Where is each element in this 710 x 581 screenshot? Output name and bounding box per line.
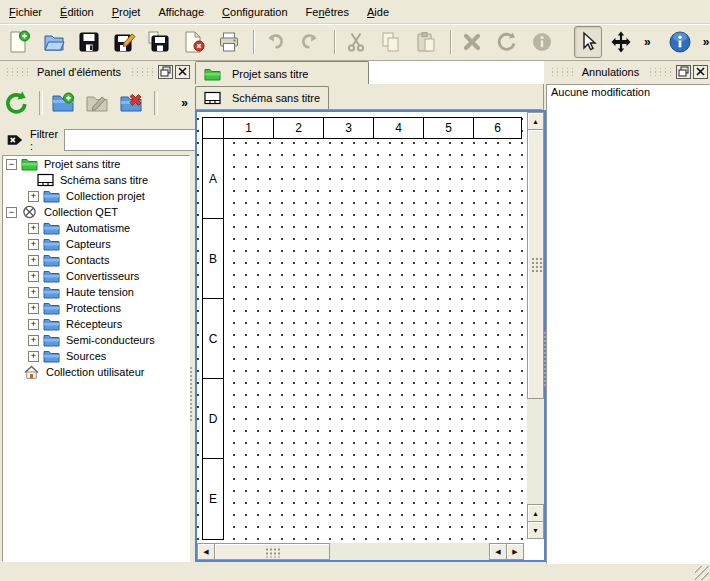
tab-schema-sans-titre[interactable]: Schéma sans titre	[195, 86, 329, 109]
expand-icon[interactable]	[28, 319, 39, 330]
new-category-button[interactable]	[50, 89, 76, 117]
elements-panel-toolbar: »	[0, 84, 192, 122]
tree-item-collection-utilisateur[interactable]: Collection utilisateur	[3, 364, 189, 380]
tree-item-label: Semi-conducteurs	[66, 334, 155, 346]
filter-input[interactable]	[64, 129, 196, 151]
undo-panel-titlebar[interactable]: Annulations	[545, 61, 710, 82]
tree-item-schema-sans-titre[interactable]: Schéma sans titre	[3, 172, 189, 188]
toolbar-separator	[450, 30, 452, 54]
resize-grip[interactable]	[695, 566, 709, 580]
tree-item-recepteurs[interactable]: Récepteurs	[3, 316, 189, 332]
tree-item-sources[interactable]: Sources	[3, 348, 189, 364]
tree-item-protections[interactable]: Protections	[3, 300, 189, 316]
folder-icon	[43, 285, 61, 299]
grid-row-header: B	[202, 218, 224, 299]
tree-item-semi-conducteurs[interactable]: Semi-conducteurs	[3, 332, 189, 348]
dock-close-button[interactable]	[693, 65, 708, 79]
tree-item-collection-projet[interactable]: Collection projet	[3, 188, 189, 204]
tree-item-haute-tension[interactable]: Haute tension	[3, 284, 189, 300]
expand-icon[interactable]	[28, 335, 39, 346]
grid-row-header: A	[202, 138, 224, 219]
about-info-button[interactable]	[667, 28, 693, 56]
dock-title-texture	[550, 68, 573, 76]
delete-category-button[interactable]	[118, 89, 144, 117]
tree-item-convertisseurs[interactable]: Convertisseurs	[3, 268, 189, 284]
collapse-icon[interactable]	[6, 207, 17, 218]
grid-corner-cell	[202, 117, 224, 139]
menu-fichier[interactable]: Fichier	[0, 3, 51, 21]
folder-icon	[43, 333, 61, 347]
filter-label: Filtrer :	[30, 128, 58, 152]
expand-icon[interactable]	[28, 223, 39, 234]
dock-float-button[interactable]	[158, 65, 173, 79]
menu-projet[interactable]: Projet	[103, 3, 150, 21]
menu-configuration[interactable]: Configuration	[213, 3, 296, 21]
undo-panel-dock: Annulations Aucune modification	[545, 61, 710, 562]
dock-title-texture	[130, 68, 153, 76]
scroll-left-button[interactable]	[489, 543, 507, 560]
close-document-button[interactable]	[181, 28, 207, 56]
tree-item-contacts[interactable]: Contacts	[3, 252, 189, 268]
expand-icon[interactable]	[28, 351, 39, 362]
expand-icon[interactable]	[28, 239, 39, 250]
expand-icon[interactable]	[28, 255, 39, 266]
toolbar-overflow-chevron[interactable]: »	[699, 35, 710, 49]
paste-button	[413, 28, 439, 56]
folder-icon	[43, 237, 61, 251]
open-project-button[interactable]	[41, 28, 67, 56]
elements-panel-titlebar[interactable]: Panel d'éléments	[0, 61, 192, 82]
save-all-button[interactable]	[146, 28, 172, 56]
tree-item-projet-sans-titre[interactable]: Projet sans titre	[3, 156, 189, 172]
expand-icon[interactable]	[28, 287, 39, 298]
schema-canvas[interactable]: 1 2 3 4 5 6 A B C D E	[195, 110, 546, 562]
paste-icon	[414, 30, 438, 54]
expand-icon[interactable]	[28, 271, 39, 282]
grid-column-header: 4	[373, 117, 424, 139]
expand-icon[interactable]	[28, 191, 39, 202]
pan-mode-button[interactable]	[608, 28, 634, 56]
scroll-left-button[interactable]	[197, 543, 215, 560]
tree-item-capteurs[interactable]: Capteurs	[3, 236, 189, 252]
reload-collections-button[interactable]	[3, 89, 29, 117]
grid-column-header: 2	[273, 117, 324, 139]
tree-item-label: Collection utilisateur	[46, 366, 144, 378]
tree-item-label: Automatisme	[66, 222, 130, 234]
edit-category-button	[84, 89, 110, 117]
project-folder-icon	[204, 67, 221, 81]
save-button[interactable]	[76, 28, 102, 56]
redo-button	[297, 28, 323, 56]
tree-item-automatisme[interactable]: Automatisme	[3, 220, 189, 236]
print-button[interactable]	[216, 28, 242, 56]
tab-projet-sans-titre[interactable]: Projet sans titre	[195, 61, 369, 85]
float-icon	[678, 66, 689, 77]
expand-icon[interactable]	[28, 303, 39, 314]
dock-float-button[interactable]	[676, 65, 691, 79]
tree-item-collection-qet[interactable]: Collection QET	[3, 204, 189, 220]
select-mode-button[interactable]	[574, 26, 602, 58]
undo-history-list[interactable]: Aucune modification	[546, 84, 710, 564]
dock-splitter-left[interactable]	[188, 61, 194, 561]
menu-aide[interactable]: Aide	[358, 3, 398, 21]
new-document-button[interactable]	[6, 28, 32, 56]
undo-icon	[263, 30, 287, 54]
save-as-button[interactable]	[111, 28, 137, 56]
horizontal-scrollbar[interactable]	[197, 543, 523, 560]
menu-affichage[interactable]: Affichage	[149, 3, 213, 21]
toolbar-overflow-chevron[interactable]: »	[640, 35, 655, 49]
collapse-icon[interactable]	[6, 159, 17, 170]
menu-edition[interactable]: Édition	[51, 3, 103, 21]
tree-item-label: Collection projet	[66, 190, 145, 202]
grid-column-header: 3	[323, 117, 374, 139]
cursor-arrow-icon	[576, 30, 600, 54]
redo-icon	[298, 30, 322, 54]
reload-icon	[4, 91, 28, 115]
rotate-icon	[495, 30, 519, 54]
undo-list-item[interactable]: Aucune modification	[547, 85, 709, 101]
horizontal-scrollbar-thumb[interactable]	[214, 543, 330, 560]
grid-row-header: C	[202, 298, 224, 379]
new-folder-icon	[51, 91, 75, 115]
menu-fenetres[interactable]: Fenêtres	[297, 3, 358, 21]
clear-filter-icon[interactable]	[6, 132, 26, 148]
scroll-right-button[interactable]	[506, 543, 524, 560]
qelectrotech-window: { "menu": { "items": [ {"label": "Fichie…	[0, 0, 710, 581]
